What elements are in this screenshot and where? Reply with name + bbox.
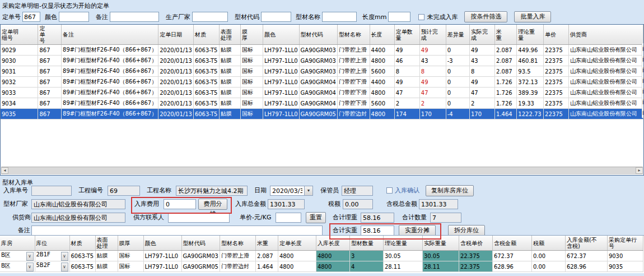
order-no-input[interactable]	[22, 12, 40, 22]
date-input[interactable]	[270, 186, 305, 196]
cell: 89#门框型材F26-F40（866+867）	[62, 98, 158, 109]
factory-input[interactable]	[31, 199, 125, 209]
column-header[interactable]: 表面 处理	[219, 25, 240, 45]
column-header[interactable]: 型材名称	[220, 236, 255, 251]
batch-inbound-button[interactable]: 批量入库	[514, 11, 551, 22]
unfinished-checkbox[interactable]	[418, 14, 424, 20]
color-filter-label: 颜色	[45, 13, 57, 21]
column-header[interactable]: 定单长度	[278, 236, 316, 251]
length-filter-input[interactable]	[388, 12, 410, 22]
scroll-right-arrow-icon[interactable]: ▸	[636, 167, 643, 174]
column-header[interactable]: 膜 厚	[241, 25, 263, 45]
total-actual-weight-input[interactable]	[361, 226, 394, 236]
column-header[interactable]: 库房	[0, 236, 35, 251]
column-header[interactable]: 长度	[370, 25, 394, 45]
cell: 4400	[370, 77, 394, 88]
total-theory-weight-input[interactable]	[361, 213, 394, 223]
project-no-input[interactable]	[108, 186, 140, 196]
inbound-confirm-checkbox[interactable]	[386, 187, 393, 194]
date-dropdown-button[interactable]: ▾	[304, 186, 313, 196]
fee-share-button[interactable]: 费用分摊	[198, 199, 227, 210]
supplier-input[interactable]	[31, 213, 125, 223]
remark-filter-input[interactable]	[110, 12, 159, 22]
column-header[interactable]: 定单明 细号	[1, 25, 38, 45]
table-row[interactable]: 903586789#门框型材F26-F40（866+867）2020/01/13…	[1, 109, 643, 119]
manufacturer-filter-input[interactable]	[192, 12, 228, 22]
column-header[interactable]: 型材代码	[181, 236, 220, 251]
column-header[interactable]: 供货商	[568, 25, 643, 45]
column-header[interactable]: 入库长度	[316, 236, 349, 251]
column-header[interactable]: 税额	[531, 236, 565, 251]
column-header[interactable]: 定单数 量	[394, 25, 419, 45]
column-header[interactable]: 实际重量	[422, 236, 459, 251]
profile-name-filter-input[interactable]	[322, 12, 357, 22]
table-row[interactable]: 902986789#门框型材F26-F40（866+867）2020/01/13…	[1, 45, 643, 56]
scroll-left-arrow-icon[interactable]: ◂	[1, 167, 8, 174]
horizontal-scrollbar[interactable]: ◂ ▸	[1, 167, 643, 174]
column-header[interactable]: 含税单价	[459, 236, 492, 251]
table-row[interactable]: ∨B区∨5B2F6063-T5贴膜国标LH797-1LL0GA90GRM05门带…	[0, 261, 643, 272]
column-header[interactable]: 材质	[69, 236, 95, 251]
column-header[interactable]: 型材名称	[337, 25, 370, 45]
inbound-fee-input[interactable]	[164, 199, 196, 209]
color-filter-input[interactable]	[59, 12, 89, 22]
column-header[interactable]: 型材代码	[299, 25, 337, 45]
filter-by-condition-button[interactable]: 按条件筛选	[464, 11, 507, 22]
keeper-input[interactable]	[342, 186, 373, 196]
inbound-no-input[interactable]	[31, 186, 72, 196]
table-row[interactable]: 903186789#门框型材F26-F40（866+867）2020/01/13…	[1, 66, 643, 77]
cell: 6063-T5	[193, 66, 219, 77]
column-header[interactable]: 含税金额	[492, 236, 531, 251]
unit-price-input[interactable]	[276, 213, 301, 223]
copy-location-button[interactable]: 复制库房库位	[426, 185, 474, 196]
column-header[interactable]: 单价	[544, 25, 569, 45]
cell: ∨B区	[0, 251, 35, 261]
table-row[interactable]: 903486789#门框型材F26-F40（866+867）2020/01/13…	[1, 98, 643, 109]
column-header[interactable]: 理论重量	[383, 236, 422, 251]
cell: 49	[469, 77, 494, 88]
tax-input[interactable]	[343, 199, 373, 209]
column-header[interactable]: 理论重 量	[517, 25, 544, 45]
reset-button[interactable]: 重置	[306, 212, 326, 223]
cell: 22375	[544, 98, 569, 109]
cell: 867	[38, 109, 62, 119]
table-row[interactable]: 903286789#门框型材F26-F40（866+867）2020/01/13…	[1, 77, 643, 88]
column-header[interactable]: 定单日期	[158, 25, 194, 45]
note-input[interactable]	[31, 226, 323, 236]
combo-dropdown-icon[interactable]: ∨	[61, 252, 68, 261]
cell: 170	[469, 109, 494, 119]
combo-dropdown-icon[interactable]: ∨	[26, 263, 34, 272]
column-header[interactable]: 米重	[255, 236, 278, 251]
cell: 贴膜	[219, 109, 240, 119]
cell: 国标	[241, 109, 263, 119]
column-header[interactable]: 颜色	[143, 236, 181, 251]
project-name-input[interactable]	[176, 186, 248, 196]
column-header[interactable]: 库位	[35, 236, 69, 251]
column-header[interactable]: 差异量	[446, 25, 469, 45]
total-with-tax-input[interactable]	[419, 199, 458, 209]
combo-dropdown-icon[interactable]: ∨	[61, 263, 68, 272]
total-qty-input[interactable]	[430, 213, 461, 223]
column-header[interactable]: 膜厚	[118, 236, 143, 251]
table-row[interactable]: 903086789#门框型材F26-F40（866+867）2020/01/13…	[1, 56, 643, 66]
profile-code-filter-input[interactable]	[261, 12, 291, 22]
table-row[interactable]: 903386789#门框型材F26-F40（866+867）2020/01/13…	[1, 88, 643, 98]
weight-share-button[interactable]: 实重分摊	[399, 225, 436, 236]
column-header[interactable]: 型材数量	[349, 236, 383, 251]
combo-dropdown-icon[interactable]: ∨	[26, 252, 34, 261]
column-header[interactable]: 入库金额(不 含税)	[565, 236, 607, 251]
cell: 867	[38, 66, 62, 77]
column-header[interactable]: 材质	[193, 25, 219, 45]
supplier-contact-input[interactable]	[168, 213, 230, 223]
column-header[interactable]: 实际完 成	[469, 25, 494, 45]
column-header[interactable]: 采购定单行 号	[607, 236, 643, 251]
split-location-button[interactable]: 拆分库位	[448, 225, 485, 236]
column-header[interactable]: 米 重	[495, 25, 517, 45]
column-header[interactable]: 颜色	[263, 25, 299, 45]
column-header[interactable]: 表面 处理	[95, 236, 118, 251]
column-header[interactable]: 定 单 号	[38, 25, 62, 45]
column-header[interactable]: 预计完 成	[419, 25, 446, 45]
inbound-total-input[interactable]	[268, 199, 305, 209]
table-row[interactable]: ∨B区∨2B1F6063-T5贴膜国标LH797-1LL0GA90GRM03门带…	[0, 251, 643, 261]
column-header[interactable]: 备注	[62, 25, 158, 45]
